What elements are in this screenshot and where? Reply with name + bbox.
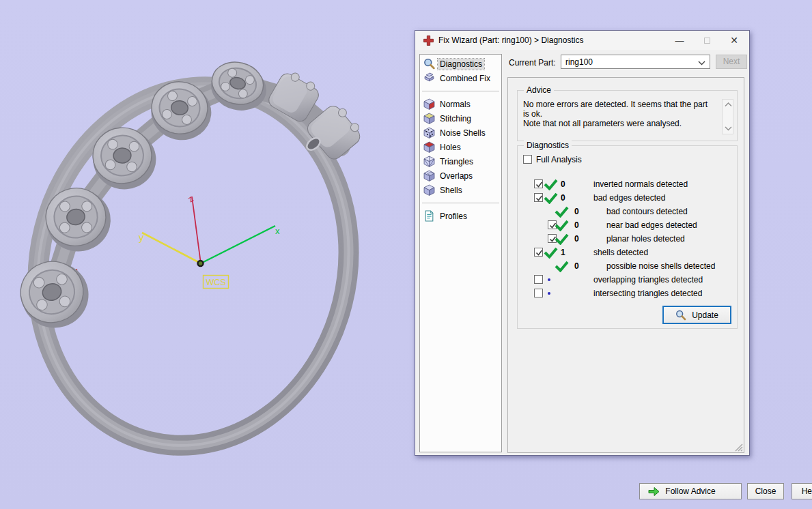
diagnostic-label: possible noise shells detected (606, 261, 715, 271)
x-axis (201, 226, 275, 263)
diagnostic-label: bad edges detected (593, 193, 665, 203)
diagnostic-row-bad-edges-detected: 0bad edges detected (518, 191, 737, 205)
advice-text: No more errors are detected. It seems th… (523, 100, 714, 128)
diagnostic-count: 0 (574, 261, 579, 271)
help-button[interactable]: Help (792, 483, 812, 499)
sidebar-item-profiles[interactable]: Profiles (420, 209, 501, 223)
z-axis-label: z (186, 193, 195, 204)
full-analysis-row: Full Analysis (518, 153, 737, 166)
fix-wizard-dialog: Fix Wizard (Part: ring100) > Diagnostics… (415, 30, 750, 456)
x-axis-label: x (275, 226, 280, 236)
y-axis-label: y (139, 231, 144, 243)
wcs-label: WCS (206, 278, 225, 287)
application-viewport: z x y WCS Fix Wizard (Part: ring100) > D… (0, 0, 812, 509)
sidebar-item-stitching[interactable]: Stitching (420, 111, 501, 126)
diagnostic-checkbox[interactable] (534, 275, 543, 284)
wcs-origin-marker (198, 261, 204, 266)
diagnostic-row-intersecting-triangles-detected: intersecting triangles detected (518, 287, 737, 300)
stitching-cube-icon (423, 113, 435, 124)
diagnostic-row-inverted-normals-detected: 0inverted normals detected (518, 177, 737, 191)
diagnostics-group-label: Diagnostics (524, 141, 572, 150)
green-check-icon (544, 247, 558, 261)
follow-advice-label: Follow Advice (665, 486, 715, 496)
resize-grip[interactable] (733, 442, 743, 452)
scroll-down-icon[interactable] (725, 126, 732, 131)
sidebar-item-triangles[interactable]: Triangles (420, 154, 501, 169)
maximize-icon (704, 38, 710, 44)
sidebar-item-overlaps[interactable]: Overlaps (420, 169, 501, 183)
wcs-axes: z x y WCS (139, 193, 280, 288)
diagnostic-checkbox[interactable] (534, 193, 543, 202)
diagnostic-label: inverted normals detected (593, 179, 688, 189)
sidebar-item-combined-fix[interactable]: Combined Fix (420, 71, 501, 85)
maximize-button[interactable] (693, 31, 720, 50)
diagnostics-main-panel: Advice No more errors are detected. It s… (507, 77, 744, 453)
diagnostic-checkbox[interactable] (534, 289, 543, 297)
diagnostic-label: planar holes detected (606, 234, 685, 244)
sidebar-item-label: Stitching (438, 113, 473, 124)
minimize-button[interactable]: — (666, 31, 693, 50)
sidebar-item-shells[interactable]: Shells (420, 183, 501, 197)
current-part-label: Current Part: (509, 58, 556, 68)
diagnostic-count: 0 (561, 179, 565, 189)
pending-dot-icon (548, 278, 550, 281)
sidebar-item-label: Noise Shells (438, 128, 488, 139)
advice-line-1: No more errors are detected. It seems th… (523, 100, 714, 119)
sidebar-item-label: Diagnostics (438, 59, 484, 70)
full-analysis-checkbox[interactable] (523, 155, 532, 164)
ring-gem-setting (12, 252, 97, 336)
current-part-dropdown[interactable]: ring100 (561, 55, 710, 69)
scroll-up-icon[interactable] (725, 102, 732, 107)
green-arrow-right-icon (648, 486, 660, 497)
sidebar-item-label: Normals (438, 99, 473, 110)
magnifier-icon (423, 58, 435, 70)
fix-wizard-cross-icon (423, 35, 434, 46)
diagnostic-checkbox[interactable] (534, 248, 543, 257)
sidebar-item-normals[interactable]: Normals (420, 97, 501, 111)
pending-dot-icon (548, 292, 550, 295)
update-button[interactable]: Update (662, 306, 731, 324)
sidebar-item-label: Holes (438, 142, 463, 153)
diagnostic-count: 0 (561, 193, 565, 203)
holes-cube-icon (423, 141, 435, 153)
diagnostic-row-near-bad-edges-detected: 0near bad edges detected (518, 218, 737, 232)
diagnostic-label: near bad edges detected (606, 220, 697, 230)
diagnostic-row-planar-holes-detected: 0planar holes detected (518, 232, 737, 246)
dialog-titlebar[interactable]: Fix Wizard (Part: ring100) > Diagnostics… (415, 31, 749, 50)
diagnostic-count: 0 (574, 234, 579, 244)
next-button[interactable]: Next (716, 55, 747, 69)
current-part-value: ring100 (565, 57, 593, 67)
shells-cube-icon (423, 184, 435, 196)
green-check-icon (544, 192, 558, 206)
sidebar-item-noise-shells[interactable]: Noise Shells (420, 126, 501, 140)
sidebar-item-diagnostics[interactable]: Diagnostics (420, 57, 501, 71)
noise-shells-cube-icon (423, 127, 435, 139)
triangles-cube-icon (423, 156, 435, 167)
diagnostic-label: shells detected (593, 248, 648, 257)
advice-groupbox: Advice No more errors are detected. It s… (517, 90, 738, 141)
green-check-icon (544, 179, 558, 192)
diagnostics-groupbox: Diagnostics Full Analysis 0inverted norm… (517, 145, 738, 329)
diagnostic-row-shells-detected: 1shells detected (518, 246, 737, 259)
advice-scrollbar[interactable] (722, 99, 733, 134)
diagnostic-label: overlapping triangles detected (593, 275, 703, 285)
full-analysis-label: Full Analysis (536, 155, 582, 164)
sidebar-item-label: Overlaps (438, 171, 475, 181)
profiles-doc-icon (423, 210, 435, 222)
sidebar-item-holes[interactable]: Holes (420, 140, 501, 154)
sidebar-separator (422, 91, 499, 91)
diagnostic-row-bad-contours-detected: 0bad contours detected (518, 205, 737, 218)
advice-line-2: Note that not all parameters were analys… (523, 119, 714, 128)
green-check-icon (555, 233, 569, 247)
close-button[interactable]: Close (747, 483, 784, 499)
diagnostic-checkbox[interactable] (534, 179, 543, 188)
follow-advice-button[interactable]: Follow Advice (639, 483, 742, 499)
diagnostic-count: 0 (574, 207, 579, 216)
close-window-button[interactable]: ✕ (720, 31, 748, 50)
update-button-label: Update (692, 310, 718, 320)
y-axis (142, 233, 201, 263)
sidebar-separator (422, 203, 499, 203)
sidebar-item-label: Profiles (438, 211, 469, 222)
combined-fix-icon (423, 72, 435, 84)
normals-cube-icon (423, 98, 435, 110)
